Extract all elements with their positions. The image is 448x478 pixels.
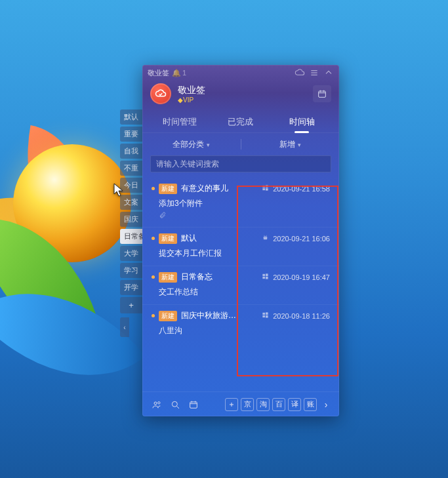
svg-rect-22: [263, 315, 266, 317]
timeline-list: 新建有意义的事儿2020-09-21 16:58添加3个附件新建默认2020-0…: [142, 176, 339, 391]
footer-square-button[interactable]: 京: [241, 398, 254, 411]
item-title: 默认: [181, 233, 197, 244]
item-content: 交工作总结: [159, 287, 330, 298]
new-badge: 新建: [159, 184, 177, 194]
item-content: 八里沟: [159, 325, 330, 336]
windows-icon: [262, 311, 273, 320]
footer-more-icon[interactable]: ›: [319, 398, 333, 411]
windows-icon: [262, 273, 273, 281]
contacts-icon[interactable]: [149, 397, 165, 412]
item-dot-icon: [152, 187, 155, 190]
menu-icon[interactable]: [309, 68, 319, 78]
main-tabs: 时间管理已完成时间轴: [142, 111, 339, 133]
timeline-item[interactable]: 新建日常备忘2020-09-19 16:47交工作总结: [142, 266, 339, 304]
footer-square-button[interactable]: 译: [288, 398, 301, 411]
search-box[interactable]: [150, 155, 331, 172]
svg-rect-16: [263, 274, 266, 276]
svg-point-25: [158, 401, 160, 403]
filter-toolbar: 全部分类▾ 新增▾: [142, 133, 339, 155]
svg-rect-11: [264, 237, 268, 240]
new-badge: 新建: [159, 233, 177, 244]
main-tab[interactable]: 已完成: [210, 116, 271, 128]
new-badge: 新建: [159, 272, 177, 283]
notification-icon[interactable]: 🔔: [172, 69, 181, 77]
search-input[interactable]: [156, 159, 325, 169]
svg-rect-9: [263, 188, 266, 190]
app-window: 敬业签 🔔 1 敬业签 ◆VIP 时间管理已完成时间轴 全部分类▾: [142, 65, 339, 416]
category-dropdown[interactable]: 全部分类▾: [142, 139, 241, 150]
timeline-item[interactable]: 新建默认2020-09-21 16:06提交本月工作汇报: [142, 227, 339, 266]
svg-rect-17: [266, 273, 268, 276]
main-tab[interactable]: 时间管理: [149, 116, 210, 128]
svg-line-12: [264, 235, 265, 237]
header-title: 敬业签: [178, 85, 205, 96]
item-content: 提交本月工作汇报: [159, 248, 330, 259]
footer-square-button[interactable]: 百: [272, 398, 285, 411]
item-title: 有意义的事儿: [181, 183, 228, 194]
add-square-button[interactable]: [225, 398, 238, 411]
item-title: 国庆中秋旅游…: [181, 310, 236, 321]
svg-rect-8: [266, 185, 268, 188]
svg-rect-20: [263, 313, 266, 315]
cloud-sync-icon[interactable]: [295, 68, 305, 78]
search-icon[interactable]: [167, 397, 183, 412]
item-dot-icon: [152, 275, 155, 279]
svg-point-26: [172, 401, 177, 407]
svg-rect-28: [190, 402, 197, 408]
android-icon: [262, 234, 273, 243]
sidebar-add-button[interactable]: +: [120, 297, 142, 313]
sidebar-collapse-toggle[interactable]: ‹: [120, 317, 129, 337]
titlebar: 敬业签 🔔 1: [142, 65, 339, 81]
svg-point-24: [154, 402, 157, 405]
svg-rect-10: [266, 188, 268, 191]
svg-rect-7: [263, 186, 266, 188]
svg-line-13: [266, 235, 267, 237]
svg-line-27: [177, 406, 179, 408]
new-badge: 新建: [159, 311, 177, 321]
item-content: 添加3个附件: [159, 198, 330, 209]
header: 敬业签 ◆VIP: [142, 81, 339, 111]
svg-rect-21: [266, 312, 268, 315]
svg-point-14: [264, 237, 265, 238]
item-datetime: 2020-09-21 16:06: [273, 235, 330, 243]
titlebar-app-name: 敬业签: [148, 68, 169, 78]
mouse-cursor: [113, 183, 124, 197]
timeline-item[interactable]: 新建有意义的事儿2020-09-21 16:58添加3个附件: [142, 178, 339, 227]
footer-bar: 京淘百译账 ›: [142, 391, 339, 416]
timeline-item[interactable]: 新建国庆中秋旅游…2020-09-18 11:26八里沟: [142, 304, 339, 343]
attachment-icon: [159, 212, 330, 220]
item-title: 日常备忘: [181, 271, 213, 283]
item-datetime: 2020-09-18 11:26: [273, 312, 330, 320]
svg-rect-18: [263, 277, 266, 279]
calendar-button[interactable]: [313, 85, 331, 102]
item-dot-icon: [152, 314, 155, 317]
footer-square-button[interactable]: 账: [304, 398, 317, 411]
add-dropdown[interactable]: 新增▾: [241, 139, 340, 150]
footer-square-button[interactable]: 淘: [256, 398, 270, 411]
item-datetime: 2020-09-19 16:47: [273, 273, 330, 281]
svg-rect-3: [319, 91, 326, 97]
windows-icon: [262, 184, 273, 193]
main-tab[interactable]: 时间轴: [272, 116, 333, 128]
svg-rect-23: [266, 315, 268, 318]
calendar-footer-icon[interactable]: [186, 397, 201, 412]
item-dot-icon: [152, 237, 155, 240]
item-datetime: 2020-09-21 16:58: [273, 185, 330, 193]
notification-count: 1: [182, 69, 186, 77]
vip-badge: ◆VIP: [178, 96, 205, 104]
collapse-icon[interactable]: [323, 68, 334, 78]
svg-rect-19: [266, 277, 268, 279]
app-logo[interactable]: [150, 83, 171, 104]
svg-point-15: [266, 237, 266, 238]
